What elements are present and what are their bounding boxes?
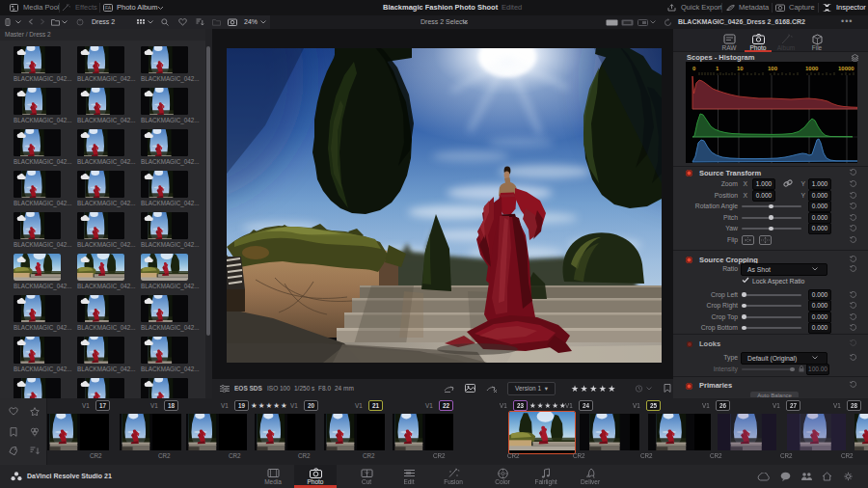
svg-text:10: 10	[737, 66, 744, 71]
svg-text:FA: FA	[105, 5, 112, 11]
svg-text:10000: 10000	[838, 66, 854, 71]
svg-text:100: 100	[768, 66, 778, 71]
svg-text:1000: 1000	[805, 66, 819, 71]
